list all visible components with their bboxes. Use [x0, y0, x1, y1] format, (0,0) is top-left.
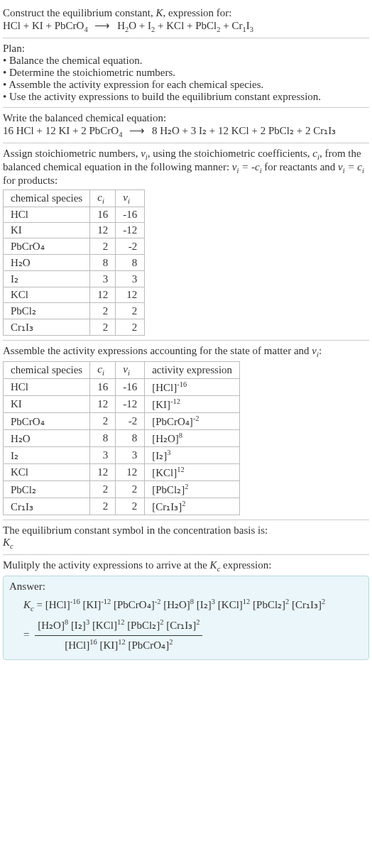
symbol-text: The equilibrium constant symbol in the c… [3, 524, 369, 537]
eq-rhs: H2O + I2 + KCl + PbCl2 + Cr1I3 [117, 20, 253, 31]
balanced-lhs-sub: 4 [119, 131, 122, 138]
kc-expression-line2: = [H₂O]8 [I₂]3 [KCl]12 [PbCl₂]2 [Cr₁I₃]2… [23, 616, 363, 655]
table-row: PbCrO₄2-2[PbCrO₄]-2 [4, 413, 240, 430]
col-nui: νi [116, 190, 145, 207]
plan-item: • Determine the stoichiometric numbers. [3, 67, 369, 79]
answer-section: Mulitply the activity expressions to arr… [3, 555, 369, 664]
answer-label: Answer: [9, 581, 363, 593]
col-ci: ci [90, 362, 116, 379]
plan-section: Plan: • Balance the chemical equation. •… [3, 38, 369, 108]
table-row: KI12-12[KI]-12 [4, 396, 240, 413]
balanced-lhs: 16 HCl + 12 KI + 2 PbCrO [3, 125, 119, 136]
assemble-section: Assemble the activity expressions accoun… [3, 341, 369, 520]
eq-lhs: HCl + KI + PbCrO [3, 20, 84, 31]
assign-text: Assign stoichiometric numbers, νi, using… [3, 148, 369, 187]
fraction-numerator: [H₂O]8 [I₂]3 [KCl]12 [PbCl₂]2 [Cr₁I₃]2 [35, 616, 202, 636]
table-row: PbCl₂22[PbCl₂]2 [4, 481, 240, 498]
assign-section: Assign stoichiometric numbers, νi, using… [3, 143, 369, 341]
question-line1: Construct the equilibrium constant, K, e… [3, 7, 369, 19]
activity-table: chemical species ci νi activity expressi… [3, 361, 240, 515]
table-row: PbCrO₄2-2 [4, 238, 145, 255]
stoich-table: chemical species ci νi HCl16-16 KI12-12 … [3, 189, 145, 336]
assemble-text: Assemble the activity expressions accoun… [3, 345, 369, 358]
table-row: I₂33 [4, 271, 145, 287]
fraction: [H₂O]8 [I₂]3 [KCl]12 [PbCl₂]2 [Cr₁I₃]2 [… [35, 616, 202, 655]
table-row: HCl16-16[HCl]-16 [4, 379, 240, 396]
balanced-title: Write the balanced chemical equation: [3, 112, 369, 124]
plan-item: • Use the activity expressions to build … [3, 91, 369, 103]
col-species: chemical species [4, 362, 90, 379]
table-row: Cr₁I₃22[Cr₁I₃]2 [4, 498, 240, 515]
col-activity: activity expression [145, 362, 240, 379]
table-row: HCl16-16 [4, 207, 145, 223]
table-row: H₂O88 [4, 255, 145, 271]
table-row: KCl1212 [4, 287, 145, 303]
fraction-denominator: [HCl]16 [KI]12 [PbCrO₄]2 [35, 636, 202, 655]
col-species: chemical species [4, 190, 90, 207]
table-header-row: chemical species ci νi [4, 190, 145, 207]
balanced-rhs: 8 H₂O + 3 I₂ + 12 KCl + 2 PbCl₂ + 2 Cr₁I… [152, 125, 336, 136]
balanced-equation: 16 HCl + 12 KI + 2 PbCrO4 ⟶ 8 H₂O + 3 I₂… [3, 124, 369, 138]
table-row: KCl1212[KCl]12 [4, 464, 240, 481]
reaction-arrow-icon: ⟶ [94, 20, 110, 31]
table-row: KI12-12 [4, 223, 145, 238]
plan-item: • Balance the chemical equation. [3, 55, 369, 67]
balanced-section: Write the balanced chemical equation: 16… [3, 108, 369, 143]
unbalanced-equation: HCl + KI + PbCrO4 ⟶ H2O + I2 + KCl + PbC… [3, 19, 369, 33]
eq-lhs-sub: 4 [84, 26, 87, 33]
multiply-text: Mulitply the activity expressions to arr… [3, 559, 369, 573]
table-row: PbCl₂22 [4, 303, 145, 319]
plan-title: Plan: [3, 43, 369, 55]
table-row: Cr₁I₃22 [4, 319, 145, 336]
col-nui: νi [116, 362, 145, 379]
k-symbol: K [155, 7, 163, 18]
table-header-row: chemical species ci νi activity expressi… [4, 362, 240, 379]
kc-expression-line1: Kc = [HCl]-16 [KI]-12 [PbCrO₄]-2 [H₂O]8 … [23, 595, 363, 616]
answer-box: Answer: Kc = [HCl]-16 [KI]-12 [PbCrO₄]-2… [3, 576, 369, 660]
kc-symbol: Kc [3, 537, 369, 550]
table-row: H₂O88[H₂O]8 [4, 430, 240, 447]
table-row: I₂33[I₂]3 [4, 447, 240, 464]
symbol-section: The equilibrium constant symbol in the c… [3, 520, 369, 555]
question-text-post: , expression for: [163, 7, 231, 18]
question-text: Construct the equilibrium constant, [3, 7, 155, 18]
question-section: Construct the equilibrium constant, K, e… [3, 3, 369, 38]
col-ci: ci [90, 190, 116, 207]
plan-item: • Assemble the activity expression for e… [3, 79, 369, 91]
reaction-arrow-icon: ⟶ [129, 125, 145, 136]
